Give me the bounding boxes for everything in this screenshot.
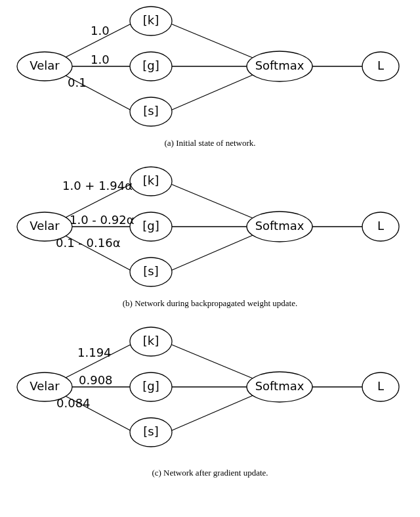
figure-a: Velar [k] [g] [s] Softmax L 1.0 1.0 0.1 [0,0,420,138]
edge-label-k: 1.194 [77,346,112,359]
node-loss-label: L [377,58,384,72]
node-velar-label: Velar [30,379,60,393]
edge-label-s: 0.1 [68,76,87,89]
node-s-label: [s] [143,104,158,118]
node-k-label: [k] [143,173,159,187]
caption-b: (b) Network during backpropagated weight… [0,298,420,309]
edge-label-k: 1.0 + 1.94α [62,179,133,192]
edge-label-g: 0.908 [79,373,113,387]
node-g-label: [g] [142,219,159,233]
page: Velar [k] [g] [s] Softmax L 1.0 1.0 0.1 … [0,0,420,517]
edge-k-softmax [171,344,256,380]
edge-k-softmax [171,24,256,59]
node-loss-label: L [377,219,384,233]
edge-s-softmax [171,74,256,110]
node-softmax-label: Softmax [255,379,304,393]
edge-label-g: 1.0 - 0.92α [70,213,135,227]
node-k-label: [k] [143,334,159,348]
node-s-label: [s] [143,264,158,278]
node-g-label: [g] [142,379,159,393]
caption-c: (c) Network after gradient update. [0,468,420,478]
edge-s-softmax [171,394,256,431]
node-g-label: [g] [142,58,159,72]
node-velar-label: Velar [30,219,60,233]
node-softmax-label: Softmax [255,58,304,72]
edge-s-softmax [171,234,256,271]
edge-label-s: 0.084 [56,396,91,410]
caption-a: (a) Initial state of network. [0,138,420,148]
node-softmax-label: Softmax [255,219,304,233]
figure-b: Velar [k] [g] [s] Softmax L 1.0 + 1.94α … [0,160,420,298]
node-loss-label: L [377,379,384,393]
node-s-label: [s] [143,424,158,438]
edge-k-softmax [171,184,256,219]
edge-label-k: 1.0 [91,24,110,37]
edge-label-s: 0.1 - 0.16α [56,236,121,250]
figure-c: Velar [k] [g] [s] Softmax L 1.194 0.908 … [0,321,420,459]
edge-label-g: 1.0 [91,53,110,66]
node-velar-label: Velar [30,58,60,72]
node-k-label: [k] [143,13,159,27]
